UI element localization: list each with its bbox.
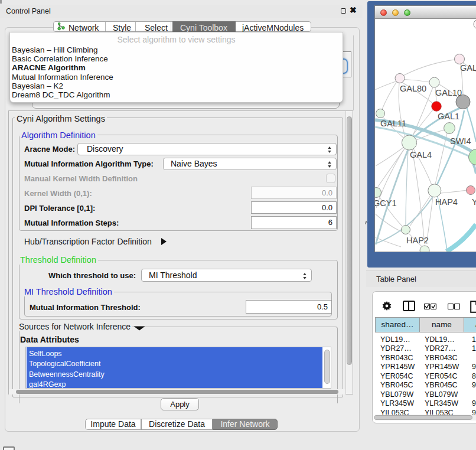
svg-text:GAL80: GAL80	[400, 84, 426, 93]
svg-text:GAL2: GAL2	[460, 63, 476, 73]
svg-text:GCY1: GCY1	[375, 198, 397, 208]
svg-text:HAP4: HAP4	[435, 197, 458, 207]
svg-text:GAL11: GAL11	[380, 119, 406, 128]
svg-text:GAL10: GAL10	[435, 88, 462, 97]
svg-text:SWI4: SWI4	[450, 136, 471, 146]
svg-text:GAL1: GAL1	[438, 112, 459, 121]
svg-text:GAL4: GAL4	[410, 150, 432, 159]
svg-text:YJ: YJ	[472, 197, 476, 207]
svg-text:HAP2: HAP2	[406, 236, 429, 245]
